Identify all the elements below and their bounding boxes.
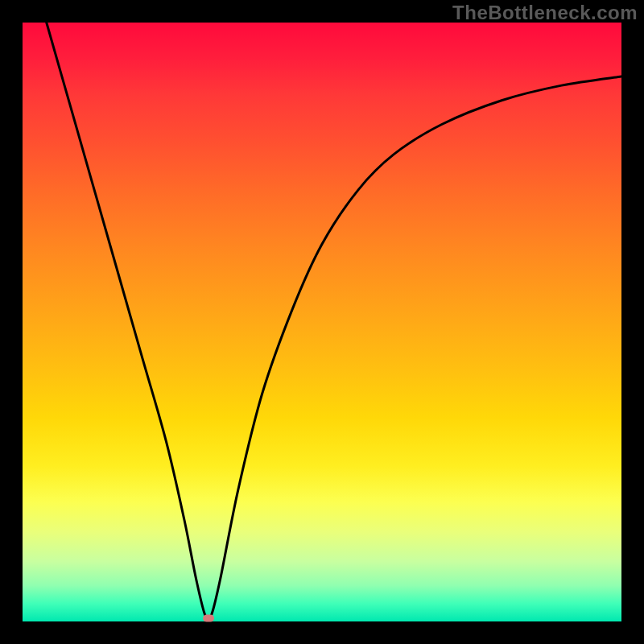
minimum-marker: [203, 615, 214, 622]
chart-plot-area: [23, 23, 621, 621]
bottleneck-curve: [23, 23, 621, 621]
watermark-text: TheBottleneck.com: [452, 2, 638, 24]
